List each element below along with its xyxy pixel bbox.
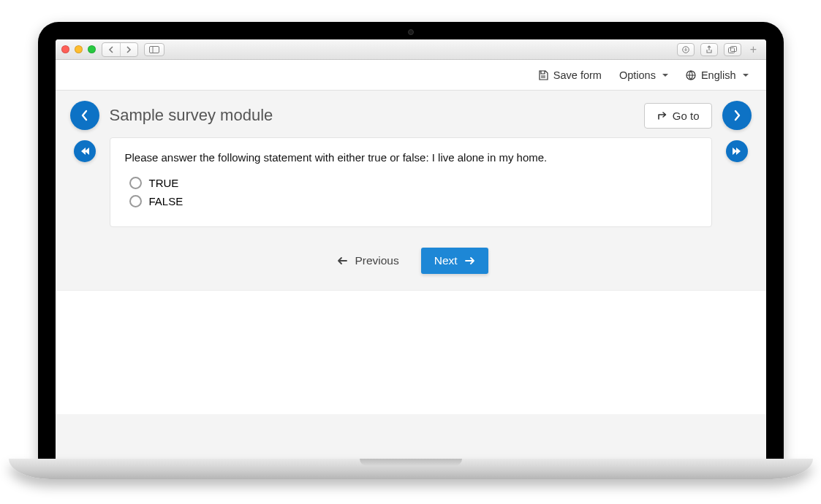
skip-back-icon	[80, 147, 90, 156]
camera-dot	[408, 29, 414, 35]
option-label: TRUE	[149, 177, 179, 189]
svg-rect-4	[730, 46, 736, 51]
back-button[interactable]	[102, 43, 120, 56]
svg-rect-3	[728, 47, 734, 53]
blank-area	[56, 290, 766, 414]
new-tab-button[interactable]: +	[747, 43, 760, 56]
prev-page-circle-button[interactable]	[70, 101, 99, 130]
globe-icon	[686, 70, 696, 80]
browser-viewport: + Save form Options English	[56, 39, 766, 459]
sidebar-toggle-button[interactable]	[144, 43, 164, 56]
next-button[interactable]: Next	[421, 248, 488, 274]
laptop-screen: + Save form Options English	[38, 22, 784, 459]
close-window-icon[interactable]	[61, 45, 69, 53]
question-card: Please answer the following statement wi…	[110, 137, 712, 227]
page-body: Sample survey module Go to	[56, 91, 766, 459]
previous-button[interactable]: Previous	[333, 248, 403, 273]
goto-arrow-icon	[657, 111, 667, 120]
last-page-button[interactable]	[726, 140, 748, 162]
content-row: Please answer the following statement wi…	[56, 137, 766, 242]
share-button[interactable]	[700, 43, 718, 56]
radio-icon	[129, 195, 142, 207]
svg-rect-0	[149, 46, 159, 53]
minimize-window-icon[interactable]	[75, 45, 83, 53]
first-page-button[interactable]	[74, 140, 96, 162]
question-text: Please answer the following statement wi…	[125, 151, 697, 164]
options-dropdown[interactable]: Options	[619, 69, 668, 81]
arrow-right-icon	[465, 256, 475, 265]
forward-button[interactable]	[120, 43, 137, 56]
goto-label: Go to	[673, 110, 700, 122]
goto-button[interactable]: Go to	[644, 103, 712, 129]
tabs-button[interactable]	[724, 43, 741, 56]
side-left	[70, 137, 99, 162]
survey-title: Sample survey module	[110, 106, 634, 125]
save-form-label: Save form	[553, 69, 602, 81]
side-right	[722, 137, 752, 162]
next-page-circle-button[interactable]	[722, 101, 752, 130]
option-label: FALSE	[149, 195, 184, 207]
skip-forward-icon	[732, 147, 742, 156]
save-form-button[interactable]: Save form	[538, 69, 602, 81]
next-label: Next	[434, 254, 458, 267]
nav-footer: Previous Next	[56, 242, 766, 290]
browser-toolbar: +	[56, 39, 766, 60]
options-label: Options	[619, 69, 656, 81]
arrow-left-icon	[337, 256, 347, 265]
radio-icon	[129, 177, 142, 189]
chevron-right-icon	[733, 110, 741, 121]
title-row: Sample survey module Go to	[56, 91, 766, 137]
downloads-button[interactable]	[677, 43, 695, 56]
option-false[interactable]: FALSE	[125, 192, 697, 210]
window-controls	[61, 45, 96, 53]
language-dropdown[interactable]: English	[686, 69, 749, 81]
app-header: Save form Options English	[56, 60, 766, 91]
laptop-mock: + Save form Options English	[38, 22, 784, 479]
maximize-window-icon[interactable]	[88, 45, 96, 53]
language-label: English	[701, 69, 736, 81]
chevron-left-icon	[80, 110, 89, 121]
nav-back-forward	[102, 42, 138, 57]
save-icon	[538, 70, 548, 80]
previous-label: Previous	[355, 254, 398, 267]
option-true[interactable]: TRUE	[125, 174, 697, 192]
laptop-base	[9, 459, 813, 479]
